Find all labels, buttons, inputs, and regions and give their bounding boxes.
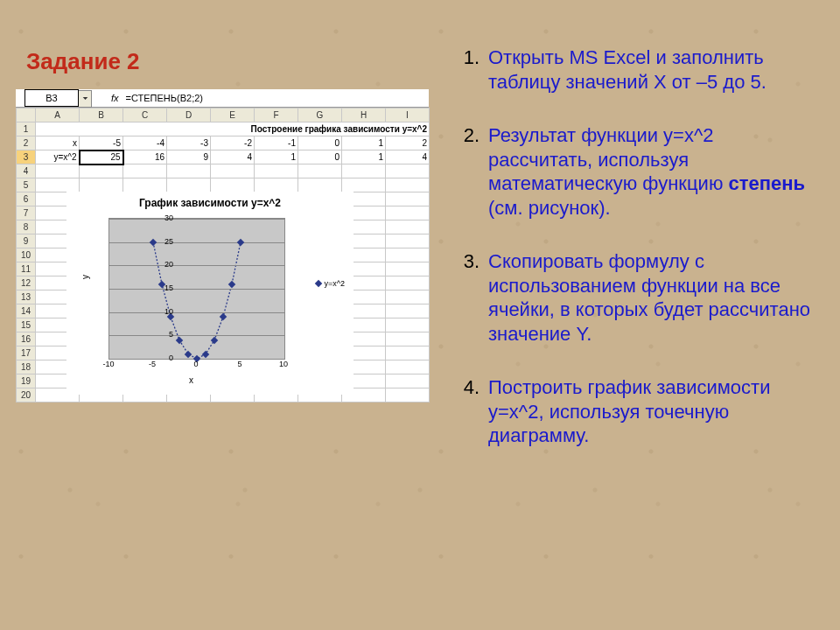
- row-3[interactable]: 3 y=x^2 25 169 410 14: [17, 150, 430, 164]
- step-4: 4. Построить график зависимости y=x^2, и…: [438, 375, 822, 448]
- step-2: 2. Результат функции y=x^2 рассчитать, и…: [438, 123, 822, 220]
- excel-screenshot: B3 fx =СТЕПЕНЬ(B2;2) ABC DEF GHI 1 Постр…: [16, 89, 429, 400]
- name-box-dropdown[interactable]: [79, 90, 92, 108]
- legend-marker-icon: [314, 280, 321, 287]
- chevron-down-icon: [82, 95, 88, 102]
- step-text: Построить график зависимости y=x^2, испо…: [488, 376, 770, 446]
- formula-bar: B3 fx =СТЕПЕНЬ(B2;2): [16, 89, 429, 108]
- row-1[interactable]: 1 Построение графика зависимости y=x^2: [17, 122, 430, 136]
- col-header-row: ABC DEF GHI: [17, 108, 430, 122]
- x-axis-label: x: [189, 375, 193, 385]
- chart-title: График зависимости y=x^2: [66, 197, 354, 209]
- legend-label: y=x^2: [325, 279, 345, 288]
- active-cell: 25: [80, 150, 123, 164]
- step-number: 1.: [438, 46, 480, 70]
- legend: y=x^2: [316, 279, 345, 288]
- instructions-list: 1. Открыть MS Excel и заполнить таблицу …: [438, 46, 822, 478]
- step-number: 2.: [438, 123, 480, 148]
- step-number: 4.: [438, 375, 480, 400]
- fx-label: fx: [111, 93, 119, 103]
- sheet-title-cell: Построение графика зависимости y=x^2: [36, 122, 430, 136]
- worksheet[interactable]: ABC DEF GHI 1 Построение графика зависим…: [16, 108, 429, 402]
- formula-text[interactable]: =СТЕПЕНЬ(B2;2): [126, 93, 203, 103]
- step-3: 3. Скопировать формулу с использованием …: [438, 249, 822, 346]
- name-box[interactable]: B3: [24, 89, 79, 107]
- y-axis-label: y: [80, 275, 90, 279]
- embedded-chart[interactable]: График зависимости y=x^2 y x y=x^2 05101…: [66, 192, 354, 395]
- step-number: 3.: [438, 249, 480, 274]
- step-text: Скопировать формулу с использованием фун…: [488, 250, 810, 345]
- step-text: Открыть MS Excel и заполнить таблицу зна…: [488, 46, 766, 93]
- step-text: Результат функции y=x^2 рассчитать, испо…: [488, 124, 805, 219]
- slide-title: Задание 2: [26, 48, 140, 75]
- row-2[interactable]: 2 x -5-4-3 -2-10 12: [17, 136, 430, 150]
- step-1: 1. Открыть MS Excel и заполнить таблицу …: [438, 46, 822, 94]
- plot-area: [108, 218, 285, 360]
